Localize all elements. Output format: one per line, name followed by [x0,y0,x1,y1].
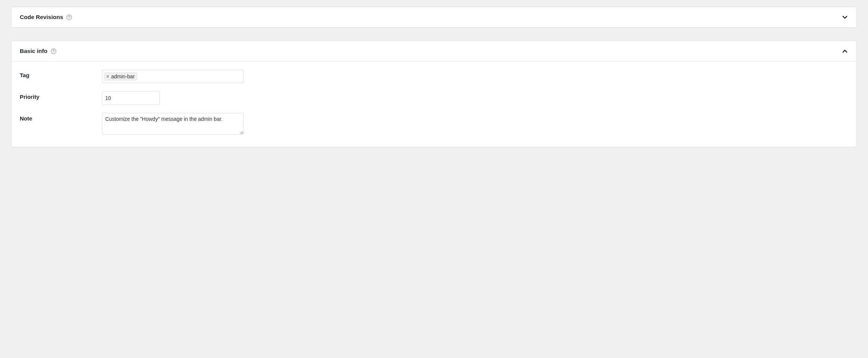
basic-info-title-wrap: Basic info [20,48,56,54]
basic-info-title: Basic info [20,48,47,54]
priority-label: Priority [20,91,102,100]
priority-input[interactable] [102,91,160,105]
tag-chip-label: admin-bar [111,73,135,79]
tag-remove-icon[interactable]: ✕ [106,75,109,79]
code-revisions-title: Code Revisions [20,14,63,21]
chevron-down-icon[interactable] [842,14,848,21]
help-icon[interactable] [50,48,56,54]
basic-info-panel: Basic info Tag ✕ admin-bar [11,41,857,147]
code-revisions-panel: Code Revisions [11,7,857,28]
svg-point-3 [53,52,54,53]
note-label: Note [20,113,102,122]
note-row: Note [20,113,848,136]
tag-chip: ✕ admin-bar [104,72,137,81]
note-textarea[interactable] [102,113,244,135]
priority-row: Priority [20,91,848,105]
basic-info-body: Tag ✕ admin-bar Priority Note [12,61,856,147]
code-revisions-title-wrap: Code Revisions [20,14,72,21]
svg-point-1 [69,18,69,19]
tag-label: Tag [20,70,102,78]
chevron-up-icon[interactable] [842,48,848,54]
code-revisions-header[interactable]: Code Revisions [12,7,856,27]
tag-input[interactable]: ✕ admin-bar [102,70,244,83]
tag-row: Tag ✕ admin-bar [20,70,848,83]
help-icon[interactable] [66,14,72,20]
basic-info-header[interactable]: Basic info [12,41,856,61]
